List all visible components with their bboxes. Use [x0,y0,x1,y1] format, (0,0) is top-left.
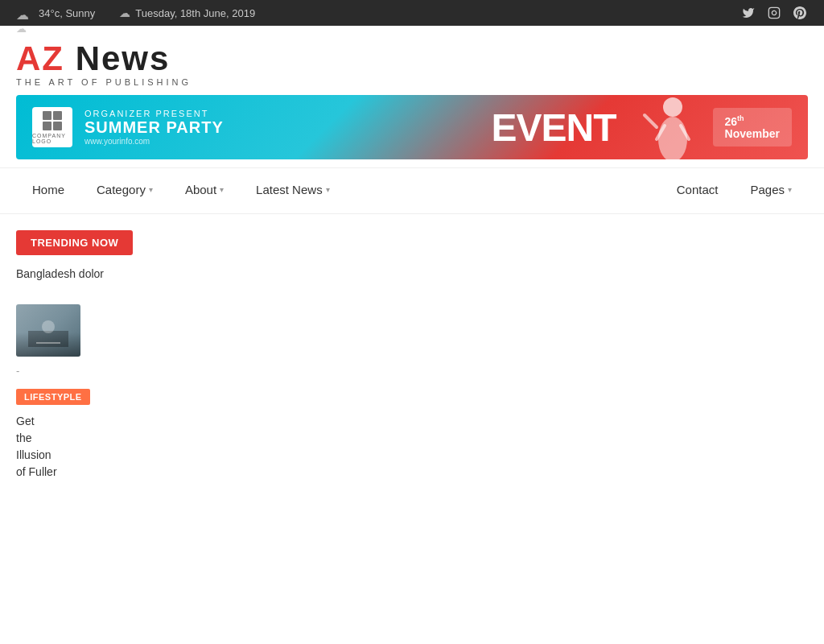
weather-text: 34°c, Sunny [39,7,95,19]
header: AZ News THE ART OF PUBLISHING [0,26,824,95]
main-navigation: Home Category ▾ About ▾ Latest News ▾ Co… [0,167,824,214]
svg-rect-7 [28,331,68,347]
nav-latest-news-caret: ▾ [326,185,330,194]
weather-info: ☁ 34°c, Sunny [16,7,95,19]
article-category[interactable]: LIFESTYPLE [16,389,90,405]
nav-about[interactable]: About ▾ [169,168,240,213]
nav-pages-caret: ▾ [788,185,792,194]
weather-icon: ☁ [16,7,34,19]
date-info: ☁ Tuesday, 18th June, 2019 [119,6,255,19]
svg-rect-0 [768,7,779,18]
nav-latest-news[interactable]: Latest News ▾ [240,168,346,213]
nav-category-caret: ▾ [149,185,153,194]
nav-home[interactable]: Home [16,168,80,213]
nav-contact[interactable]: Contact [661,168,735,213]
pinterest-icon[interactable] [792,5,808,21]
article-dash: - [16,365,808,377]
nav-spacer [346,168,661,213]
article-title-text: GettheIllusionof Fuller [16,415,57,478]
nav-about-caret: ▾ [220,185,224,194]
banner-date-month: November [725,127,780,140]
svg-point-3 [658,117,687,159]
nav-category[interactable]: Category ▾ [80,168,169,213]
twitter-icon[interactable] [740,5,756,21]
nav-home-label: Home [32,183,64,196]
logo-tagline: THE ART OF PUBLISHING [16,77,192,87]
nav-pages[interactable]: Pages ▾ [734,168,808,213]
banner-date-number: 26 [725,114,738,127]
article-card[interactable]: - LIFESTYPLE GettheIllusionof Fuller [0,304,824,481]
date-text: Tuesday, 18th June, 2019 [135,7,255,19]
nav-category-label: Category [97,183,146,196]
nav-pages-label: Pages [750,183,785,196]
svg-line-4 [645,115,657,127]
logo-az: AZ [16,39,64,77]
banner-summer-party: SUMMER PARTY [84,118,476,137]
banner-date: 26th November [713,108,792,147]
article-title: GettheIllusionof Fuller [16,413,808,481]
banner-date-sup: th [737,114,744,122]
article-thumbnail [16,304,80,357]
banner-event-title: EVENT [492,105,616,150]
logo-title: AZ News [16,42,192,76]
banner-organizer: ORGANIZER PRESENT [84,109,476,118]
banner-company-logo: COMPANY LOGO [32,107,72,147]
date-icon: ☁ [119,6,130,19]
advertisement-banner[interactable]: COMPANY LOGO ORGANIZER PRESENT SUMMER PA… [16,95,808,159]
nav-about-label: About [185,183,216,196]
logo[interactable]: AZ News THE ART OF PUBLISHING [16,42,192,87]
trending-section: TRENDING NOW Bangladesh dolor [0,214,824,304]
logo-news: News [64,39,170,77]
svg-point-8 [42,320,55,333]
nav-contact-label: Contact [677,183,719,196]
svg-point-2 [663,97,682,117]
trending-text: Bangladesh dolor [16,267,808,280]
banner-person [632,95,697,159]
top-bar: ☁ 34°c, Sunny ☁ Tuesday, 18th June, 2019 [0,0,824,26]
banner-url: www.yourinfo.com [84,137,476,146]
trending-badge[interactable]: TRENDING NOW [16,230,133,255]
social-icons [740,5,808,21]
instagram-icon[interactable] [766,5,782,21]
nav-latest-news-label: Latest News [256,183,323,196]
banner-text-area: ORGANIZER PRESENT SUMMER PARTY www.youri… [84,109,476,146]
